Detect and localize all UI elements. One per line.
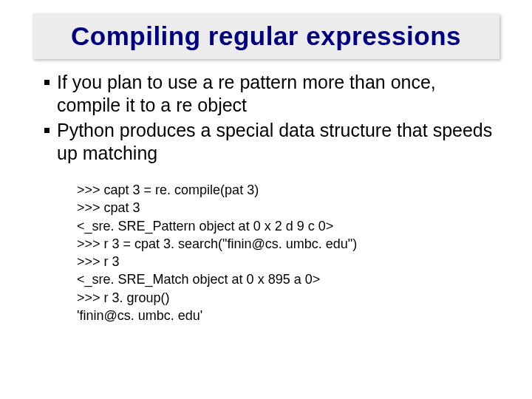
code-line: >>> r 3 xyxy=(77,253,502,270)
slide-body: If you plan to use a re pattern more tha… xyxy=(44,71,502,324)
code-block: >>> capt 3 = re. compile(pat 3) >>> cpat… xyxy=(77,181,502,324)
bullet-text: If you plan to use a re pattern more tha… xyxy=(57,71,502,117)
bullet-item: Python produces a special data structure… xyxy=(44,119,502,166)
slide: Compiling regular expressions If you pla… xyxy=(0,0,532,399)
code-line: >>> cpat 3 xyxy=(77,199,502,216)
bullet-text: Python produces a special data structure… xyxy=(57,119,502,166)
bullet-icon xyxy=(44,128,50,133)
code-line: 'finin@cs. umbc. edu' xyxy=(77,307,502,324)
slide-title: Compiling regular expressions xyxy=(71,21,461,51)
code-line: <_sre. SRE_Match object at 0 x 895 a 0> xyxy=(77,270,502,288)
code-line: >>> r 3 = cpat 3. search("finin@cs. umbc… xyxy=(77,235,502,253)
code-line: >>> capt 3 = re. compile(pat 3) xyxy=(77,181,502,199)
title-box: Compiling regular expressions xyxy=(33,13,499,59)
code-line: <_sre. SRE_Pattern object at 0 x 2 d 9 c… xyxy=(77,217,502,235)
code-line: >>> r 3. group() xyxy=(77,289,502,307)
bullet-item: If you plan to use a re pattern more tha… xyxy=(44,71,502,117)
bullet-icon xyxy=(44,80,50,85)
